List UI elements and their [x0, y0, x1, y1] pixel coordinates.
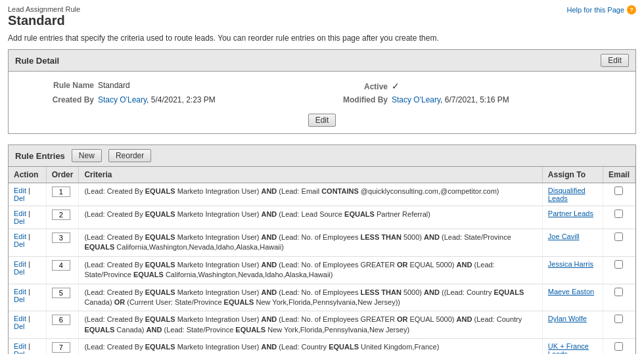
assign-link-5[interactable]: Maeve Easton [548, 288, 594, 296]
order-cell [46, 229, 79, 257]
assign-to-cell: UK + France Leads [542, 339, 603, 354]
modified-by-link[interactable]: Stacy O'Leary [392, 95, 440, 104]
rule-detail-section: Rule Detail Edit Rule Name Standard Acti… [8, 49, 636, 134]
assign-link-2[interactable]: Partner Leads [548, 210, 593, 217]
rule-entries-section: Rule Entries New Reorder Action Order Cr… [8, 144, 636, 354]
action-cell: Edit | Del [9, 284, 46, 311]
rule-name-value: Standard [98, 81, 130, 90]
created-by-link[interactable]: Stacy O'Leary [98, 95, 147, 104]
edit-link-2[interactable]: Edit [14, 210, 26, 217]
email-checkbox-5[interactable] [614, 288, 623, 296]
order-cell [46, 311, 79, 339]
active-value: ✓ [392, 81, 400, 91]
order-input-7[interactable] [52, 342, 70, 353]
del-link-2[interactable]: Del [14, 217, 25, 225]
col-criteria: Criteria [79, 167, 542, 183]
criteria-cell: (Lead: Created By EQUALS Marketo Integra… [79, 339, 542, 354]
order-cell [46, 339, 79, 354]
table-row: Edit | Del(Lead: Created By EQUALS Marke… [9, 339, 635, 354]
order-cell [46, 256, 79, 284]
entries-table: Action Order Criteria Assign To Email Ed… [9, 167, 635, 354]
action-cell: Edit | Del [9, 339, 46, 354]
rule-detail-edit-button-bottom[interactable]: Edit [308, 114, 336, 127]
action-cell: Edit | Del [9, 206, 46, 229]
assign-to-cell: Partner Leads [542, 206, 603, 229]
assign-to-cell: Jessica Harris [542, 256, 603, 284]
assign-to-cell: Maeve Easton [542, 284, 603, 311]
del-link-1[interactable]: Del [14, 194, 25, 202]
email-cell [603, 284, 635, 311]
rule-entries-header: Rule Entries New Reorder [9, 145, 635, 167]
table-row: Edit | Del(Lead: Created By EQUALS Marke… [9, 311, 635, 339]
action-cell: Edit | Del [9, 229, 46, 257]
criteria-cell: (Lead: Created By EQUALS Marketo Integra… [79, 183, 542, 206]
col-assign-to: Assign To [542, 167, 603, 183]
criteria-cell: (Lead: Created By EQUALS Marketo Integra… [79, 256, 542, 284]
assign-link-7[interactable]: UK + France Leads [548, 342, 589, 354]
assign-to-cell: Dylan Wolfe [542, 311, 603, 339]
del-link-6[interactable]: Del [14, 322, 25, 330]
edit-link-6[interactable]: Edit [14, 315, 26, 322]
assign-link-1[interactable]: Disqualified Leads [548, 187, 586, 202]
assign-link-6[interactable]: Dylan Wolfe [548, 315, 587, 322]
email-checkbox-2[interactable] [614, 210, 623, 218]
order-input-4[interactable] [52, 260, 70, 271]
del-link-5[interactable]: Del [14, 296, 25, 303]
order-cell [46, 206, 79, 229]
col-order: Order [46, 167, 79, 183]
email-cell [603, 229, 635, 257]
email-checkbox-6[interactable] [614, 315, 623, 323]
edit-link-7[interactable]: Edit [14, 342, 26, 350]
action-cell: Edit | Del [9, 183, 46, 206]
del-link-3[interactable]: Del [14, 240, 25, 248]
criteria-cell: (Lead: Created By EQUALS Marketo Integra… [79, 311, 542, 339]
assign-link-4[interactable]: Jessica Harris [548, 260, 593, 268]
order-input-3[interactable] [52, 232, 70, 243]
modified-by-label: Modified By [329, 95, 388, 104]
email-cell [603, 311, 635, 339]
edit-link-3[interactable]: Edit [14, 232, 26, 240]
order-cell [46, 284, 79, 311]
order-input-6[interactable] [52, 315, 70, 325]
email-checkbox-4[interactable] [614, 260, 623, 269]
created-date: , 5/4/2021, 2:23 PM [147, 95, 216, 104]
criteria-cell: (Lead: Created By EQUALS Marketo Integra… [79, 284, 542, 311]
email-checkbox-7[interactable] [614, 342, 623, 351]
rule-detail-title: Rule Detail [15, 56, 59, 66]
order-input-2[interactable] [52, 210, 70, 220]
table-row: Edit | Del(Lead: Created By EQUALS Marke… [9, 206, 635, 229]
rule-detail-header: Rule Detail Edit [9, 50, 635, 72]
action-cell: Edit | Del [9, 311, 46, 339]
modified-by-value: Stacy O'Leary, 6/7/2021, 5:16 PM [392, 95, 509, 104]
active-label: Active [329, 82, 388, 91]
help-link-text: Help for this Page [567, 6, 624, 14]
new-button[interactable]: New [72, 149, 102, 162]
email-cell [603, 256, 635, 284]
page-label: Lead Assignment Rule [8, 5, 80, 13]
edit-link-1[interactable]: Edit [14, 187, 26, 194]
assign-link-3[interactable]: Joe Cavill [548, 232, 580, 240]
email-cell [603, 206, 635, 229]
page-title: Standard [8, 13, 80, 28]
edit-link-4[interactable]: Edit [14, 260, 26, 268]
email-cell [603, 339, 635, 354]
email-checkbox-1[interactable] [614, 187, 623, 195]
del-link-4[interactable]: Del [14, 268, 25, 276]
order-input-1[interactable] [52, 187, 70, 197]
order-cell [46, 183, 79, 206]
page-description: Add rule entries that specify the criter… [0, 31, 644, 49]
assign-to-cell: Disqualified Leads [542, 183, 603, 206]
order-input-5[interactable] [52, 288, 70, 298]
rule-entries-title: Rule Entries [15, 151, 65, 161]
help-link[interactable]: Help for this Page ? [567, 5, 636, 14]
edit-link-5[interactable]: Edit [14, 288, 26, 296]
reorder-button[interactable]: Reorder [108, 149, 151, 162]
table-row: Edit | Del(Lead: Created By EQUALS Marke… [9, 229, 635, 257]
del-link-7[interactable]: Del [14, 350, 25, 354]
col-action: Action [9, 167, 46, 183]
created-by-value: Stacy O'Leary, 5/4/2021, 2:23 PM [98, 95, 216, 104]
email-checkbox-3[interactable] [614, 232, 623, 241]
help-icon: ? [627, 5, 636, 14]
rule-detail-edit-button-top[interactable]: Edit [601, 54, 629, 67]
action-cell: Edit | Del [9, 256, 46, 284]
